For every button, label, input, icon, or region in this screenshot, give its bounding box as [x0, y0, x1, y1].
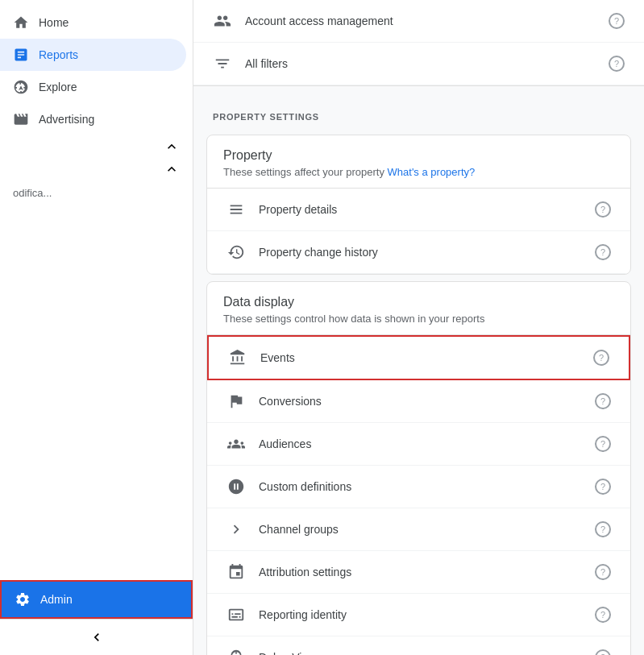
- events-help[interactable]: ?: [593, 350, 609, 366]
- reporting-identity-help[interactable]: ?: [595, 607, 611, 623]
- debug-view-item[interactable]: DebugView ?: [207, 636, 630, 655]
- sidebar-item-explore-label: Explore: [39, 81, 77, 93]
- debug-view-label: DebugView: [259, 651, 582, 655]
- property-change-history-item[interactable]: Property change history ?: [207, 231, 630, 274]
- all-filters-label: All filters: [245, 57, 596, 70]
- channel-groups-help[interactable]: ?: [595, 521, 611, 537]
- all-filters-icon: [213, 54, 232, 73]
- property-card: Property These settings affect your prop…: [206, 135, 631, 275]
- sidebar-item-home[interactable]: Home: [0, 6, 186, 39]
- debug-view-icon: [226, 648, 246, 655]
- account-access-icon: [213, 11, 232, 31]
- explore-icon: [13, 79, 29, 95]
- custom-definitions-icon: [226, 477, 246, 496]
- channel-groups-label: Channel groups: [259, 523, 582, 536]
- data-display-card-title: Data display: [223, 295, 614, 309]
- account-access-help[interactable]: ?: [609, 13, 625, 29]
- debug-view-help[interactable]: ?: [595, 649, 611, 655]
- data-display-card: Data display These settings control how …: [206, 281, 631, 655]
- all-filters-help[interactable]: ?: [609, 56, 625, 72]
- bodifica-text: odifica...: [0, 180, 193, 205]
- conversions-help[interactable]: ?: [595, 393, 611, 409]
- main-content: Account access management ? All filters …: [193, 0, 644, 655]
- audiences-icon: [226, 434, 246, 454]
- sidebar: Home Reports Explore Advertising: [0, 0, 193, 655]
- property-details-item[interactable]: Property details ?: [207, 189, 630, 231]
- sidebar-nav: Home Reports Explore Advertising: [0, 0, 193, 580]
- attribution-settings-label: Attribution settings: [259, 566, 582, 578]
- attribution-settings-icon: [226, 562, 246, 582]
- property-card-subtitle: These settings affect your property What…: [223, 166, 614, 178]
- conversions-icon: [226, 392, 246, 411]
- sidebar-item-advertising[interactable]: Advertising: [0, 103, 186, 135]
- sidebar-item-reports-label: Reports: [39, 48, 78, 61]
- sidebar-item-reports[interactable]: Reports: [0, 39, 186, 71]
- property-details-icon: [226, 200, 246, 219]
- admin-button[interactable]: Admin: [0, 580, 193, 619]
- data-display-card-header: Data display These settings control how …: [207, 282, 630, 334]
- property-card-title: Property: [223, 148, 614, 163]
- property-change-history-label: Property change history: [259, 246, 582, 259]
- sidebar-collapse-button[interactable]: [0, 619, 193, 655]
- admin-label: Admin: [40, 593, 73, 606]
- advertising-icon: [13, 111, 29, 127]
- channel-groups-item[interactable]: Channel groups ?: [207, 508, 630, 551]
- attribution-settings-help[interactable]: ?: [595, 564, 611, 580]
- events-item[interactable]: Events ?: [207, 335, 630, 380]
- property-details-label: Property details: [259, 203, 582, 216]
- property-change-history-icon: [226, 243, 246, 262]
- events-label: Events: [260, 351, 580, 364]
- account-access-label: Account access management: [245, 15, 596, 27]
- audiences-label: Audiences: [259, 437, 582, 450]
- custom-definitions-item[interactable]: Custom definitions ?: [207, 466, 630, 508]
- sidebar-item-explore[interactable]: Explore: [0, 71, 186, 103]
- account-access-item[interactable]: Account access management ?: [193, 0, 644, 43]
- channel-groups-icon: [226, 520, 246, 539]
- audiences-item[interactable]: Audiences ?: [207, 423, 630, 466]
- property-settings-header: PROPERTY SETTINGS: [193, 99, 644, 128]
- top-items-section: Account access management ? All filters …: [193, 0, 644, 86]
- property-change-history-help[interactable]: ?: [595, 244, 611, 260]
- chevron-up-2[interactable]: [0, 158, 193, 180]
- admin-gear-icon: [15, 591, 31, 607]
- attribution-settings-item[interactable]: Attribution settings ?: [207, 551, 630, 594]
- sidebar-item-advertising-label: Advertising: [39, 113, 94, 126]
- home-icon: [13, 15, 29, 31]
- property-subtitle-text: These settings affect your property: [223, 166, 384, 178]
- reporting-identity-icon: [226, 605, 246, 624]
- events-icon: [228, 348, 247, 367]
- audiences-help[interactable]: ?: [595, 436, 611, 452]
- sidebar-item-home-label: Home: [39, 16, 69, 29]
- data-display-card-subtitle: These settings control how data is shown…: [223, 313, 614, 325]
- reports-icon: [13, 47, 29, 63]
- conversions-item[interactable]: Conversions ?: [207, 380, 630, 423]
- reporting-identity-item[interactable]: Reporting identity ?: [207, 594, 630, 636]
- property-subtitle-link[interactable]: What's a property?: [388, 166, 476, 178]
- chevron-up-1[interactable]: [0, 135, 193, 158]
- custom-definitions-help[interactable]: ?: [595, 479, 611, 495]
- reporting-identity-label: Reporting identity: [259, 608, 582, 621]
- all-filters-item[interactable]: All filters ?: [193, 43, 644, 85]
- property-details-help[interactable]: ?: [595, 201, 611, 218]
- conversions-label: Conversions: [259, 395, 582, 408]
- custom-definitions-label: Custom definitions: [259, 480, 582, 493]
- property-card-header: Property These settings affect your prop…: [207, 135, 630, 188]
